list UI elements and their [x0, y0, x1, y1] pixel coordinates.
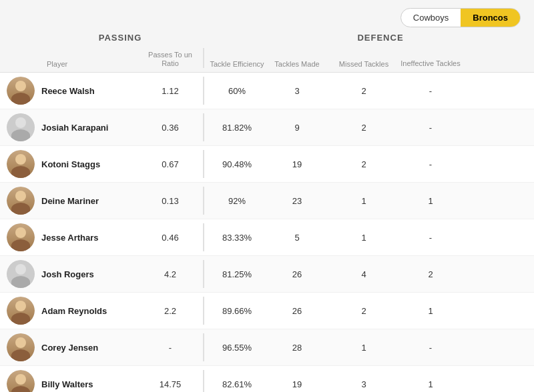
cell-tackles-made: 19 [267, 379, 327, 389]
avatar-image [7, 370, 35, 392]
col-header-missed-tackles: Missed Tackles [327, 60, 400, 68]
passing-section-header: PASSING [7, 33, 234, 45]
cell-missed-tackles: 1 [327, 343, 400, 353]
cell-ineffective-tackles: - [400, 233, 461, 243]
cell-tackle-efficiency: 81.82% [207, 123, 267, 133]
broncos-button[interactable]: Broncos [461, 9, 520, 27]
cell-separator [203, 223, 204, 251]
cell-missed-tackles: 1 [327, 196, 400, 206]
cell-missed-tackles: 2 [327, 123, 400, 133]
cell-passes-ratio: - [140, 343, 200, 353]
cowboys-button[interactable]: Cowboys [401, 9, 461, 27]
cell-player: Reece Walsh [7, 77, 140, 105]
cell-tackle-efficiency: 60% [207, 86, 267, 96]
cell-player: Adam Reynolds [7, 297, 140, 325]
col-header-passes-ratio: Passes To un Ratio [140, 51, 200, 68]
cell-player: Kotoni Staggs [7, 150, 140, 178]
cell-ineffective-tackles: - [400, 86, 461, 96]
player-name: Billy Walters [41, 379, 93, 389]
table-row: Billy Walters 14.75 82.61% 19 3 1 [0, 366, 534, 392]
cell-tackles-made: 26 [267, 269, 327, 279]
cell-ineffective-tackles: 2 [400, 269, 461, 279]
team-toggle: Cowboys Broncos [400, 8, 521, 27]
cell-tackle-efficiency: 82.61% [207, 379, 267, 389]
player-name: Reece Walsh [41, 86, 95, 96]
cell-separator [203, 113, 204, 141]
table-row: Jesse Arthars 0.46 83.33% 5 1 - [0, 219, 534, 256]
cell-missed-tackles: 2 [327, 159, 400, 169]
col-header-player: Player [7, 60, 140, 68]
cell-separator [203, 150, 204, 178]
player-name: Adam Reynolds [41, 306, 107, 316]
cell-tackles-made: 9 [267, 123, 327, 133]
avatar-image [7, 333, 35, 361]
avatar-image [7, 150, 35, 178]
cell-tackles-made: 5 [267, 233, 327, 243]
cell-passes-ratio: 0.13 [140, 196, 200, 206]
cell-passes-ratio: 0.67 [140, 159, 200, 169]
cell-passes-ratio: 14.75 [140, 379, 200, 389]
cell-passes-ratio: 2.2 [140, 306, 200, 316]
player-name: Josiah Karapani [41, 123, 108, 133]
player-name: Deine Mariner [41, 196, 99, 206]
avatar-image [7, 260, 35, 288]
cell-player: Josh Rogers [7, 260, 140, 288]
avatar-image [7, 297, 35, 325]
table-row: Reece Walsh 1.12 60% 3 2 - [0, 73, 534, 109]
cell-ineffective-tackles: - [400, 123, 461, 133]
cell-passes-ratio: 1.12 [140, 86, 200, 96]
cell-tackles-made: 3 [267, 86, 327, 96]
defence-section-header: DEFENCE [234, 33, 527, 45]
cell-player: Corey Jensen [7, 333, 140, 361]
avatar-image [7, 223, 35, 251]
table-row: Josh Rogers 4.2 81.25% 26 4 2 [0, 256, 534, 293]
avatar [7, 223, 35, 251]
cell-separator [203, 77, 204, 105]
cell-player: Jesse Arthars [7, 223, 140, 251]
cell-passes-ratio: 0.36 [140, 123, 200, 133]
cell-missed-tackles: 1 [327, 233, 400, 243]
cell-missed-tackles: 3 [327, 379, 400, 389]
avatar-image [7, 113, 35, 141]
cell-tackle-efficiency: 96.55% [207, 343, 267, 353]
cell-missed-tackles: 2 [327, 306, 400, 316]
cell-player: Deine Mariner [7, 187, 140, 215]
column-headers: Player Passes To un Ratio Tackle Efficie… [0, 48, 534, 73]
top-bar: Cowboys Broncos [0, 0, 534, 33]
avatar [7, 260, 35, 288]
cell-tackle-efficiency: 83.33% [207, 233, 267, 243]
table-row: Corey Jensen - 96.55% 28 1 - [0, 329, 534, 366]
avatar [7, 370, 35, 392]
avatar [7, 333, 35, 361]
cell-tackle-efficiency: 92% [207, 196, 267, 206]
cell-ineffective-tackles: 1 [400, 306, 461, 316]
table-row: Deine Mariner 0.13 92% 23 1 1 [0, 183, 534, 219]
cell-separator [203, 333, 204, 361]
avatar [7, 113, 35, 141]
avatar [7, 187, 35, 215]
col-header-tackles-made: Tackles Made [267, 60, 327, 68]
col-separator [203, 48, 204, 68]
cell-tackles-made: 26 [267, 306, 327, 316]
player-name: Jesse Arthars [41, 233, 99, 243]
cell-passes-ratio: 0.46 [140, 233, 200, 243]
cell-ineffective-tackles: 1 [400, 196, 461, 206]
cell-missed-tackles: 2 [327, 86, 400, 96]
player-name: Kotoni Staggs [41, 159, 100, 169]
cell-ineffective-tackles: - [400, 343, 461, 353]
col-header-tackle-eff: Tackle Efficiency [207, 60, 267, 68]
section-headers: PASSING DEFENCE [0, 33, 534, 45]
cell-separator [203, 297, 204, 325]
cell-separator [203, 187, 204, 215]
avatar-image [7, 187, 35, 215]
cell-tackle-efficiency: 90.48% [207, 159, 267, 169]
cell-tackles-made: 19 [267, 159, 327, 169]
player-name: Corey Jensen [41, 343, 98, 353]
avatar [7, 150, 35, 178]
cell-tackles-made: 23 [267, 196, 327, 206]
cell-tackles-made: 28 [267, 343, 327, 353]
table-body: Reece Walsh 1.12 60% 3 2 - Josiah Karapa… [0, 73, 534, 392]
avatar [7, 297, 35, 325]
avatar-image [7, 77, 35, 105]
cell-ineffective-tackles: - [400, 159, 461, 169]
